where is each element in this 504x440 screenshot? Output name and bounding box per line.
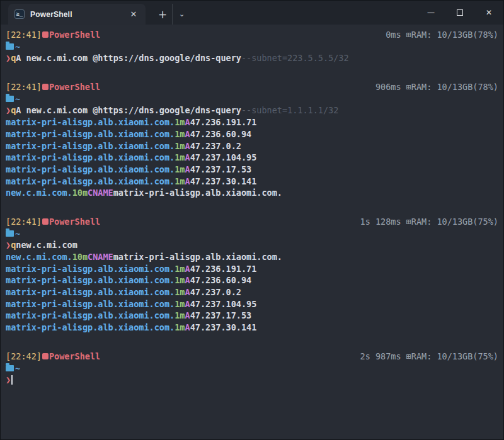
record-ttl: 1m <box>175 286 185 298</box>
record-name: matrix-pri-alisgp.alb.xiaomi.com. <box>6 116 175 128</box>
terminal-screen[interactable]: [22:41] PowerShell0ms ⊞RAM: 10/13GB(78%)… <box>1 25 503 440</box>
record-ttl: 1m <box>175 116 185 128</box>
text-cursor <box>11 375 13 385</box>
record-name: matrix-pri-alisgp.alb.xiaomi.com. <box>6 176 175 188</box>
shell-name: PowerShell <box>49 81 100 93</box>
close-button[interactable]: ✕ <box>474 1 503 25</box>
record-value: 47.236.191.71 <box>190 116 257 128</box>
powershell-badge-icon <box>42 84 49 90</box>
prompt-header: [22:41] PowerShell906ms ⊞RAM: 10/13GB(78… <box>6 81 498 93</box>
record-value: matrix-pri-alisgp.alb.xiaomi.com. <box>113 251 282 263</box>
record-value: 47.237.0.2 <box>190 140 241 152</box>
record-ttl: 1m <box>175 274 185 286</box>
prompt-char: ❯ <box>6 374 11 386</box>
record-type: A <box>185 274 190 286</box>
dns-record-row: matrix-pri-alisgp.alb.xiaomi.com. 1m A 4… <box>6 263 498 275</box>
folder-icon <box>6 96 14 102</box>
prompt-char: ❯ <box>6 104 11 116</box>
timestamp: [22:41] <box>6 216 42 228</box>
command-args: A new.c.mi.com @https://dns.google/dns-q… <box>16 52 241 64</box>
record-name: matrix-pri-alisgp.alb.xiaomi.com. <box>6 263 175 275</box>
titlebar: ≥_ PowerShell ✕ + ⌄ — ✕ <box>1 1 503 25</box>
record-type: A <box>185 176 190 188</box>
command-line: ❯ q new.c.mi.com <box>6 239 498 251</box>
prompt-char: ❯ <box>6 239 11 251</box>
record-value: 47.237.17.53 <box>190 310 252 322</box>
command-line: ❯ q A new.c.mi.com @https://dns.google/d… <box>6 52 498 64</box>
prompt-block-4: [22:42] PowerShell2s 987ms ⊞RAM: 10/13GB… <box>6 351 498 386</box>
dns-record-row: matrix-pri-alisgp.alb.xiaomi.com. 1m A 4… <box>6 176 498 188</box>
record-value: 47.237.30.141 <box>190 322 257 334</box>
command-line: ❯ q A new.c.mi.com @https://dns.google/d… <box>6 104 498 116</box>
dns-record-row: matrix-pri-alisgp.alb.xiaomi.com. 1m A 4… <box>6 286 498 298</box>
record-name: matrix-pri-alisgp.alb.xiaomi.com. <box>6 164 175 176</box>
record-name: matrix-pri-alisgp.alb.xiaomi.com. <box>6 274 175 286</box>
maximize-icon <box>457 9 463 16</box>
duration-and-ram-metrics: 0ms ⊞RAM: 10/13GB(78%) <box>386 29 498 41</box>
powershell-icon: ≥_ <box>14 9 25 19</box>
duration-and-ram-metrics: 1s 128ms ⊞RAM: 10/13GB(75%) <box>360 216 498 228</box>
record-ttl: 1m <box>175 164 185 176</box>
dns-record-row: matrix-pri-alisgp.alb.xiaomi.com. 1m A 4… <box>6 322 498 334</box>
current-directory: ~ <box>15 228 20 240</box>
record-name: matrix-pri-alisgp.alb.xiaomi.com. <box>6 152 175 164</box>
record-ttl: 1m <box>175 176 185 188</box>
duration-and-ram-metrics: 906ms ⊞RAM: 10/13GB(78%) <box>375 81 498 93</box>
powershell-badge-icon <box>42 31 49 38</box>
record-type: CNAME <box>88 251 113 263</box>
record-ttl: 1m <box>175 128 185 140</box>
cwd-line: ~ <box>6 93 498 105</box>
dns-record-row: matrix-pri-alisgp.alb.xiaomi.com. 1m A 4… <box>6 164 498 176</box>
new-tab-button[interactable]: + <box>153 4 172 25</box>
input-line: ❯ <box>6 374 498 386</box>
titlebar-drag-area <box>191 1 416 25</box>
record-name: matrix-pri-alisgp.alb.xiaomi.com. <box>6 128 175 140</box>
record-type: A <box>185 152 190 164</box>
prompt-char: ❯ <box>6 52 11 64</box>
maximize-button[interactable] <box>445 1 474 25</box>
tab-close-icon[interactable]: ✕ <box>128 9 139 20</box>
record-value: 47.236.191.71 <box>190 263 257 275</box>
record-value: 47.237.104.95 <box>190 152 257 164</box>
timestamp: [22:42] <box>6 351 42 363</box>
record-ttl: 1m <box>175 140 185 152</box>
folder-icon <box>6 365 14 371</box>
cwd-line: ~ <box>6 41 498 53</box>
current-directory: ~ <box>15 93 20 105</box>
prompt-block-2: [22:41] PowerShell906ms ⊞RAM: 10/13GB(78… <box>6 81 498 199</box>
dns-record-row: new.c.mi.com. 10m CNAME matrix-pri-alisg… <box>6 187 498 199</box>
prompt-header: [22:41] PowerShell1s 128ms ⊞RAM: 10/13GB… <box>6 216 498 228</box>
command-args: new.c.mi.com <box>16 239 77 251</box>
dns-record-row: matrix-pri-alisgp.alb.xiaomi.com. 1m A 4… <box>6 140 498 152</box>
powershell-badge-icon <box>42 353 49 359</box>
record-type: A <box>185 286 190 298</box>
shell-name: PowerShell <box>49 29 100 41</box>
record-value: 47.237.104.95 <box>190 298 257 310</box>
tab-powershell[interactable]: ≥_ PowerShell ✕ <box>8 4 146 25</box>
record-name: matrix-pri-alisgp.alb.xiaomi.com. <box>6 140 175 152</box>
command-flag-muted: --subnet=1.1.1.1/32 <box>241 104 338 116</box>
command-args: A new.c.mi.com @https://dns.google/dns-q… <box>16 104 241 116</box>
command-flag-muted: --subnet=223.5.5.5/32 <box>241 52 349 64</box>
dns-record-row: matrix-pri-alisgp.alb.xiaomi.com. 1m A 4… <box>6 152 498 164</box>
minimize-button[interactable]: — <box>416 1 445 25</box>
record-value: 47.236.60.94 <box>190 128 252 140</box>
current-directory: ~ <box>15 363 20 375</box>
prompt-block-3: [22:41] PowerShell1s 128ms ⊞RAM: 10/13GB… <box>6 216 498 334</box>
record-type: A <box>185 310 190 322</box>
prompt-header: [22:42] PowerShell2s 987ms ⊞RAM: 10/13GB… <box>6 351 498 363</box>
record-ttl: 1m <box>175 263 185 275</box>
folder-icon <box>6 43 14 50</box>
shell-name: PowerShell <box>49 216 100 228</box>
record-type: A <box>185 298 190 310</box>
record-ttl: 1m <box>175 310 185 322</box>
dns-record-row: new.c.mi.com. 10m CNAME matrix-pri-alisg… <box>6 251 498 263</box>
record-type: A <box>185 128 190 140</box>
record-value: 47.237.0.2 <box>190 286 241 298</box>
cwd-line: ~ <box>6 363 498 375</box>
command-tool: q <box>11 52 16 64</box>
record-value: 47.236.60.94 <box>190 274 252 286</box>
dns-record-row: matrix-pri-alisgp.alb.xiaomi.com. 1m A 4… <box>6 274 498 286</box>
dns-record-row: matrix-pri-alisgp.alb.xiaomi.com. 1m A 4… <box>6 298 498 310</box>
tab-dropdown-button[interactable]: ⌄ <box>172 4 191 25</box>
